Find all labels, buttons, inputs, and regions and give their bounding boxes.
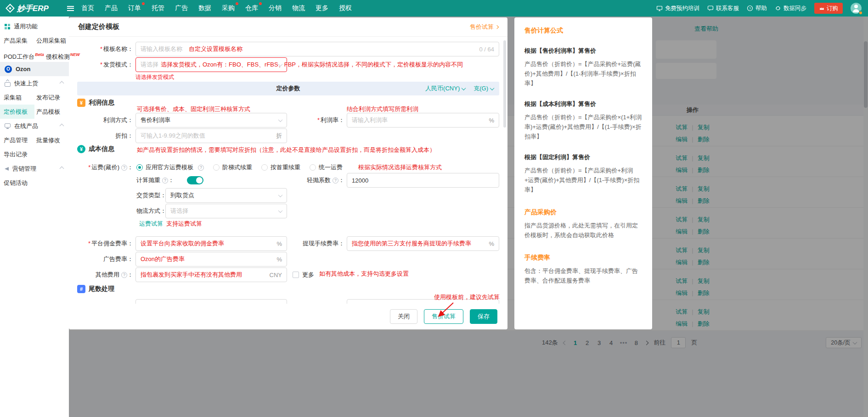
delivery-type-select[interactable]: 到取货点 bbox=[165, 188, 287, 203]
discount-input[interactable]: 可输入1-9.99之间的数值 折 bbox=[135, 128, 287, 143]
sidebar-item-publish-records[interactable]: 发布记录 bbox=[34, 90, 69, 105]
withdraw-fee-input[interactable]: 指您使用的第三方支付服务商提现的手续费率 % bbox=[347, 236, 499, 251]
discount-label: 折扣 bbox=[69, 128, 133, 143]
pricing-params-title: 定价参数 bbox=[276, 82, 300, 95]
profit-rate-label: 利润率 bbox=[280, 113, 344, 128]
modal-title: 创建定价模板 bbox=[78, 22, 119, 31]
nav-hosting[interactable]: 托管 bbox=[152, 4, 164, 12]
char-counter: 0 / 64 bbox=[479, 46, 494, 53]
nav-order[interactable]: 订单 bbox=[128, 4, 141, 12]
save-button[interactable]: 保存 bbox=[470, 309, 497, 324]
throw-weight-toggle[interactable] bbox=[187, 176, 203, 184]
sidebar: 通用功能 产品采集 公用采集箱 POD工作台Beta 侵权检测NEW O Ozo… bbox=[0, 17, 69, 417]
nav-home[interactable]: 首页 bbox=[81, 4, 94, 12]
nav-warehouse[interactable]: 仓库 bbox=[245, 4, 258, 12]
purchase-price-title: 产品采购价 bbox=[524, 208, 642, 217]
currency-select[interactable]: 人民币(CNY) bbox=[425, 84, 465, 93]
profit-section-icon: ¥ bbox=[77, 99, 85, 107]
sidebar-item-quick-listing[interactable]: 快速上货 bbox=[0, 76, 69, 90]
chevron-up-icon bbox=[60, 167, 64, 171]
radio-tiered-weight[interactable]: 阶梯式续重 bbox=[213, 163, 252, 172]
throw-weight-label: 计算抛重 bbox=[136, 176, 174, 184]
profit-rate-input[interactable]: 请输入利润率 % bbox=[347, 113, 499, 128]
annotation-other-fee: 指包裹发到买家手中还有没有其他费用 bbox=[141, 271, 242, 279]
pricing-params-bar: 定价参数 人民币(CNY) 克(G) bbox=[77, 82, 499, 95]
commission-input[interactable]: 设置平台向卖家收取的佣金费率 % bbox=[135, 236, 287, 251]
megaphone-icon bbox=[5, 167, 9, 171]
help-link[interactable]: ? 帮助 bbox=[747, 5, 767, 12]
sidebar-item-ozon[interactable]: O Ozon bbox=[0, 62, 69, 76]
price-trial-header-link[interactable]: 售价试算 bbox=[470, 23, 498, 31]
sidebar-item-product-management[interactable]: 产品管理 bbox=[0, 133, 34, 147]
profit-method-select[interactable]: 售价利润率 bbox=[135, 113, 287, 128]
sidebar-item-collect-box[interactable]: 采集箱 bbox=[0, 90, 34, 105]
data-sync-link[interactable]: 数据同步 bbox=[775, 5, 806, 12]
radio-first-continue-weight[interactable]: 按首重续重 bbox=[261, 163, 300, 172]
other-fee-input[interactable]: 指包裹发到买家手中还有没有其他费用 CNY bbox=[135, 267, 287, 282]
sidebar-item-product-template[interactable]: 产品模板 bbox=[34, 105, 69, 119]
sidebar-item-pod-workbench[interactable]: POD工作台Beta bbox=[0, 48, 44, 62]
template-name-input[interactable]: 请输入模板名称 自定义设置模板名称 0 / 64 bbox=[135, 42, 499, 56]
more-checkbox-label[interactable]: 更多 bbox=[302, 269, 314, 280]
sidebar-item-infringement-check[interactable]: 侵权检测NEW bbox=[44, 48, 80, 62]
annotation-more: 如有其他成本，支持勾选更多设置 bbox=[319, 270, 409, 278]
sidebar-item-online-products[interactable]: 在线产品 bbox=[0, 119, 69, 133]
monitor-icon bbox=[5, 123, 11, 128]
annotation-freight-trial: 支持运费试算 bbox=[166, 220, 202, 228]
purchase-price-body: 指产品货源价格，此处无需填写，在引用定价模板时，系统会自动获取此价格 bbox=[524, 221, 642, 240]
other-fee-label: 其他费用 bbox=[69, 267, 133, 282]
sidebar-item-shared-collect-box[interactable]: 公用采集箱 bbox=[34, 33, 69, 48]
nav-purchase[interactable]: 采购 bbox=[222, 4, 235, 12]
sidebar-item-pricing-template[interactable]: 定价模板 bbox=[0, 105, 34, 119]
brand-logo[interactable]: 妙手ERP bbox=[6, 3, 64, 14]
logistics-select[interactable]: 请选择 bbox=[165, 204, 287, 218]
navbar-right: 免费预约培训 联系客服 ? 帮助 数据同步 订购 bbox=[656, 3, 862, 14]
weight-unit-select[interactable]: 克(G) bbox=[473, 84, 494, 93]
close-button[interactable]: 关闭 bbox=[390, 309, 417, 324]
nav-authorize[interactable]: 授权 bbox=[339, 4, 352, 12]
annotation-profit-method: 可选择售价、成本、固定利润三种核算方式 bbox=[137, 106, 250, 113]
subscribe-button[interactable]: 订购 bbox=[814, 3, 843, 14]
throw-weight-row: 计算抛重 bbox=[136, 174, 203, 186]
sidebar-item-product-collect[interactable]: 产品采集 bbox=[0, 33, 34, 48]
cost-section-icon: ¥ bbox=[77, 145, 85, 153]
sidebar-item-promotions[interactable]: 促销活动 bbox=[0, 176, 34, 190]
formula-help-panel: 售价计算公式 根据【售价利润率】算售价 产品售价（折前价）=【产品采购价+运费(… bbox=[514, 17, 652, 329]
notification-dot bbox=[236, 2, 238, 5]
help-icon[interactable] bbox=[333, 178, 338, 183]
sidebar-item-marketing[interactable]: 营销管理 bbox=[0, 161, 69, 176]
cost-section-header: ¥ 成本信息 bbox=[77, 145, 114, 154]
nav-ads[interactable]: 广告 bbox=[175, 4, 188, 12]
free-training-link[interactable]: 免费预约培训 bbox=[656, 5, 699, 12]
radio-official-freight-template[interactable]: 应用官方运费模板 bbox=[136, 163, 204, 172]
help-icon[interactable] bbox=[162, 178, 168, 183]
commission-label: 平台佣金费率 bbox=[69, 236, 133, 251]
nav-more[interactable]: 更多 bbox=[316, 4, 328, 12]
light-coeff-input[interactable]: 12000 bbox=[347, 173, 499, 188]
nav-product[interactable]: 产品 bbox=[105, 4, 118, 12]
fee-rate-title: 手续费率 bbox=[524, 254, 642, 262]
contact-support-link[interactable]: 联系客服 bbox=[707, 5, 739, 12]
nav-logistics[interactable]: 物流 bbox=[292, 4, 305, 12]
annotation-template-name: 自定义设置模板名称 bbox=[189, 45, 242, 53]
sidebar-item-general-functions[interactable]: 通用功能 bbox=[0, 19, 69, 33]
help-icon[interactable] bbox=[198, 165, 204, 171]
annotation-discount-note: 如产品有设置折扣的情况，需要填写对应折扣（注意，此处不是直接给产品设置折扣，而是… bbox=[137, 146, 435, 154]
menu-toggle-icon[interactable] bbox=[67, 6, 74, 11]
freight-trial-link[interactable]: 运费试算 bbox=[139, 220, 163, 228]
help-icon[interactable] bbox=[121, 165, 127, 171]
radio-flat-freight[interactable]: 统一运费 bbox=[310, 163, 343, 172]
nav-data[interactable]: 数据 bbox=[198, 4, 211, 12]
panel-title: 售价计算公式 bbox=[524, 27, 642, 35]
ad-fee-input[interactable]: Ozon的广告费率 % bbox=[135, 252, 287, 267]
new-tag: NEW bbox=[70, 52, 80, 57]
more-checkbox[interactable] bbox=[293, 272, 299, 278]
help-icon[interactable] bbox=[121, 272, 127, 278]
freight-label: 运费(藏价) bbox=[69, 160, 133, 175]
sidebar-item-bulk-edit[interactable]: 批量修改 bbox=[34, 133, 69, 147]
top-navbar: 妙手ERP 首页 产品 订单 托管 广告 数据 采购 仓库 分销 物流 更多 授… bbox=[0, 0, 868, 17]
nav-distribution[interactable]: 分销 bbox=[269, 4, 282, 12]
modal-scrollbar-thumb[interactable] bbox=[503, 40, 506, 128]
user-avatar[interactable] bbox=[851, 3, 862, 14]
sidebar-item-export-records[interactable]: 导出记录 bbox=[0, 147, 34, 161]
